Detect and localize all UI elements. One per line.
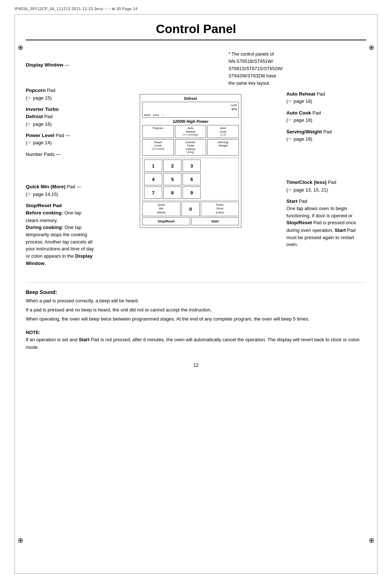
page-border: ⊕ ⊕ ⊕ ⊕ Control Panel Display Window — P… xyxy=(15,14,377,574)
diagram-g-kg: g/kg xyxy=(232,107,237,110)
numpad-btn-2[interactable]: 2 xyxy=(163,160,181,172)
star-note-line1: * The control panels of xyxy=(229,52,274,57)
label-popcorn-title: Popcorn xyxy=(26,88,46,93)
numpad-row-2: 4 5 6 xyxy=(144,173,237,185)
diagram-btn-stop-reset[interactable]: Stop/Reset xyxy=(142,217,190,225)
diagram-btn-quick-min-label: QuickMin xyxy=(143,203,179,211)
label-start-desc: One tap allows oven to begin functioning… xyxy=(286,206,356,247)
label-serving-weight: Serving/Weight Pad (☞ page 18) xyxy=(286,128,366,143)
label-start-title: Start xyxy=(286,198,298,204)
diagram-btn-auto-cook-label: AutoCook xyxy=(208,126,238,133)
numpad-btn-6[interactable]: 6 xyxy=(183,173,201,185)
right-labels-column: Auto Reheat Pad (☞ page 18) Auto Cook Pa… xyxy=(283,51,366,253)
diagram-btn-quick-min[interactable]: QuickMin (More) xyxy=(142,202,180,216)
beep-text-3: When operating, the oven will beep twice… xyxy=(26,315,366,323)
diagram-btn-timer-clock[interactable]: Timer/Clock (Less) xyxy=(201,202,239,216)
label-number-pads-title: Number Pads xyxy=(26,152,54,157)
diagram-label-layout: Display Window — Popcorn Pad (☞ page 15)… xyxy=(26,51,366,271)
control-diagram: Defrost oz/lb g/kg More Less → 1200W Hig… xyxy=(140,94,241,228)
beep-title: Beep Sound: xyxy=(26,289,366,295)
label-stop-reset-during-text: One tap temporarily stops the cooking pr… xyxy=(26,225,94,266)
page-title: Control Panel xyxy=(26,22,366,40)
diagram-btn-inverter-turbo[interactable]: InverterTurboDefrost (lb/kg) xyxy=(175,139,207,156)
corner-mark-bl: ⊕ xyxy=(18,536,23,544)
label-auto-reheat-ref: (☞ page 18) xyxy=(286,98,312,104)
label-stop-reset-before-bold: Before cooking: xyxy=(26,210,63,216)
diagram-more-less-row: More Less → xyxy=(144,113,237,117)
label-defrost-suffix: Pad xyxy=(43,114,53,119)
label-auto-reheat-suffix: Pad xyxy=(315,91,325,97)
diagram-btn-popcorn-label: Popcorn xyxy=(143,126,173,130)
diagram-btn-auto-reheat-sub: (1-4 servings) xyxy=(176,133,205,136)
label-auto-cook-title: Auto Cook xyxy=(286,110,311,116)
note-section: NOTE: If an operation is set and Start P… xyxy=(26,329,366,351)
diagram-more-label: More xyxy=(144,113,151,117)
diagram-display-area: oz/lb g/kg More Less → xyxy=(142,102,239,118)
diagram-btn-timer-clock-label: Timer/Clock xyxy=(202,203,238,211)
label-quick-min: Quick Min (More) Pad — (☞ page 14,15) xyxy=(26,183,95,198)
label-inverter-turbo: Inverter Turbo Defrost Pad (☞ page 16) xyxy=(26,106,95,128)
beep-section: Beep Sound: When a pad is pressed correc… xyxy=(26,282,366,323)
page-wrapper: IP4034_39Y12CP_04_111213 2011-12-13 Jerr… xyxy=(0,0,392,584)
diagram-btn-serving-weight[interactable]: Serving/Weight xyxy=(207,139,239,156)
star-note: * The control panels of NN-ST651B/ST651W… xyxy=(229,51,283,87)
label-defrost-ref: (☞ page 16) xyxy=(26,121,52,127)
label-quick-min-suffix: Pad xyxy=(66,184,75,189)
numpad-btn-5[interactable]: 5 xyxy=(163,173,181,185)
diagram-btn-inverter-turbo-sub: (lb/kg) xyxy=(176,151,205,154)
label-auto-cook-ref: (☞ page 18) xyxy=(286,117,312,123)
label-power-level-suffix: Pad xyxy=(54,133,64,138)
label-display-window: Display Window — xyxy=(26,61,95,69)
quick-timer-row: QuickMin (More) 0 Timer/Clock (Less) xyxy=(142,202,239,216)
numpad-btn-4[interactable]: 4 xyxy=(144,173,162,185)
center-column: * The control panels of NN-ST651B/ST651W… xyxy=(98,51,283,228)
label-serving-weight-title: Serving/Weight xyxy=(286,129,322,134)
beep-text-2: If a pad is pressed and no beep is heard… xyxy=(26,306,366,314)
label-serving-weight-suffix: Pad xyxy=(322,129,332,134)
label-auto-reheat-title: Auto Reheat xyxy=(286,91,315,97)
stop-start-row: Stop/Reset Start xyxy=(142,217,239,225)
note-title: NOTE: xyxy=(26,330,40,335)
diagram-btn-inverter-turbo-label: InverterTurboDefrost xyxy=(176,141,205,151)
diagram-btn-auto-cook-sub: (1-9) xyxy=(208,133,238,136)
diagram-btn-start[interactable]: Start xyxy=(191,217,239,225)
label-stop-reset: Stop/Reset Pad Before cooking: One tap c… xyxy=(26,202,95,267)
numpad-btn-7[interactable]: 7 xyxy=(144,186,162,199)
diagram-btn-auto-reheat-label: AutoReheat xyxy=(176,126,205,133)
label-stop-reset-title: Stop/Reset Pad xyxy=(26,203,62,208)
label-display-window-title: Display Window xyxy=(26,62,63,68)
corner-mark-tl: ⊕ xyxy=(18,44,23,52)
label-number-pads: Number Pads — xyxy=(26,151,95,158)
star-note-line3: ST661S/ST671S/ST652W/ xyxy=(229,66,283,71)
numpad-btn-9[interactable]: 9 xyxy=(183,186,201,199)
label-start-suffix: Pad xyxy=(298,198,307,204)
diagram-buttons-row2: PowerLevel (10 Levels) InverterTurboDefr… xyxy=(142,139,239,156)
label-defrost-title: Defrost xyxy=(26,114,43,119)
diagram-btn-zero[interactable]: 0 xyxy=(181,202,200,216)
numpad-btn-3[interactable]: 3 xyxy=(183,160,201,172)
label-quick-min-title: Quick Min (More) xyxy=(26,184,66,189)
label-auto-reheat: Auto Reheat Pad (☞ page 18) xyxy=(286,90,366,105)
corner-mark-tr: ⊕ xyxy=(369,44,374,52)
star-note-line2: NN-ST651B/ST651W/ xyxy=(229,59,273,64)
diagram-btn-power-level[interactable]: PowerLevel (10 Levels) xyxy=(142,139,174,156)
label-auto-cook-suffix: Pad xyxy=(311,110,321,116)
label-power-level: Power Level Pad — (☞ page 14) xyxy=(26,132,95,146)
diagram-btn-popcorn[interactable]: Popcorn xyxy=(142,125,174,138)
label-time-clock-suffix: Pad xyxy=(327,180,336,185)
numpad-btn-1[interactable]: 1 xyxy=(144,160,162,172)
diagram-btn-auto-cook[interactable]: AutoCook (1-9) xyxy=(207,125,239,138)
header-meta: IP4034_39Y12CP_04_111213 2011-12-13 Jerr… xyxy=(15,7,377,11)
label-inverter-turbo-title: Inverter Turbo xyxy=(26,106,59,112)
label-serving-weight-ref: (☞ page 18) xyxy=(286,136,312,142)
numpad-row-3: 7 8 9 xyxy=(144,186,237,199)
label-stop-reset-during-bold: During cooking: xyxy=(26,225,64,230)
label-popcorn: Popcorn Pad (☞ page 15) xyxy=(26,87,95,101)
numpad-btn-8[interactable]: 8 xyxy=(163,186,181,199)
diagram-oz-lb: oz/lb xyxy=(231,104,237,107)
label-popcorn-suffix: Pad xyxy=(46,88,56,93)
diagram-btn-power-level-label: PowerLevel xyxy=(143,141,173,148)
diagram-btn-auto-reheat[interactable]: AutoReheat (1-4 servings) xyxy=(175,125,207,138)
diagram-1200w-label: 1200W High Power xyxy=(142,119,239,124)
numpad-row-1: 1 2 3 xyxy=(144,160,237,172)
